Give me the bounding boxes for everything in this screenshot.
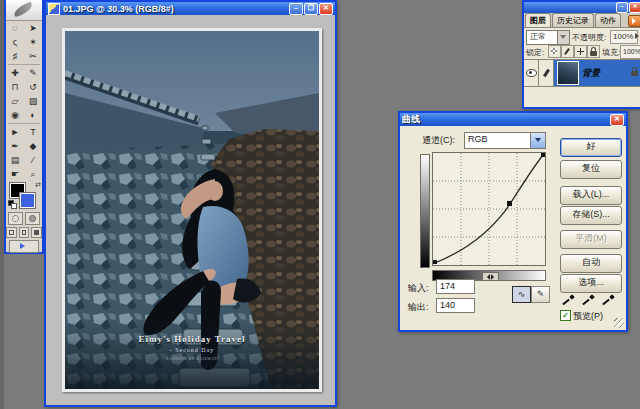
output-field[interactable]: 140 — [436, 298, 475, 313]
crop-tool[interactable]: ♯ — [6, 49, 24, 63]
notes-tool[interactable]: ▤ — [6, 153, 24, 167]
lock-pixels-button[interactable] — [561, 45, 574, 58]
gradient-tool[interactable]: ▨ — [24, 94, 42, 108]
gray-point-eyedropper-icon[interactable] — [582, 294, 595, 307]
options-button[interactable]: 选项... — [560, 274, 622, 293]
preview-label: 预览(P) — [573, 310, 603, 323]
tool-separator — [8, 123, 40, 124]
type-tool[interactable]: T — [24, 125, 42, 139]
opacity-value[interactable]: 100% — [610, 30, 638, 44]
minimize-button[interactable]: – — [289, 3, 303, 15]
load-button[interactable]: 载入(L)... — [560, 186, 622, 205]
lasso-tool[interactable]: ς — [6, 35, 24, 49]
visibility-cell[interactable] — [524, 60, 539, 86]
eyedropper-tool[interactable]: ∕ — [24, 153, 42, 167]
swap-colors-icon[interactable]: ⇄ — [35, 181, 41, 189]
lock-position-button[interactable] — [574, 45, 587, 58]
blend-mode-select[interactable]: 正常 — [526, 30, 570, 45]
palette-close-button[interactable]: ✕ — [629, 2, 640, 13]
photo[interactable]: Eimy's Holiday Travel - Second Day FASHI… — [62, 28, 322, 392]
channel-value: RGB — [465, 133, 530, 148]
palette-tabs: 图层 历史记录 动作 — [524, 13, 640, 28]
palette-title-bar[interactable]: – ✕ — [524, 2, 640, 13]
opacity-spinner-icon[interactable] — [635, 33, 639, 39]
edit-indicator-cell — [539, 60, 554, 86]
save-button[interactable]: 存储(S)... — [560, 206, 622, 225]
brush-indicator-icon — [542, 69, 549, 77]
standard-mode-button[interactable] — [8, 212, 23, 225]
tab-actions[interactable]: 动作 — [595, 13, 621, 27]
quick-mask-mode-button[interactable] — [25, 212, 40, 225]
output-label: 输出: — [408, 301, 429, 314]
photo-title-text: Eimy's Holiday Travel — [62, 334, 322, 344]
layer-row-background[interactable]: 背景 — [524, 59, 640, 87]
output-gradient-bar — [420, 154, 430, 268]
tab-layers[interactable]: 图层 — [525, 13, 551, 27]
document-window: 01.JPG @ 30.3% (RGB/8#) – ❐ ✕ — [44, 0, 337, 407]
standard-screen-button[interactable] — [6, 227, 17, 238]
curve-point-tool-button[interactable]: ∿ — [512, 286, 531, 303]
channel-label: 通道(C): — [422, 134, 455, 147]
lock-transparency-button[interactable] — [548, 45, 561, 58]
smooth-button: 平滑(M) — [560, 230, 622, 249]
reset-button[interactable]: 复位 — [560, 160, 622, 179]
desktop: ◌ ➤ ς ✶ ♯ ✂ ✚ ✎ ⊓ ↺ ▱ ▨ ◉ ◐ ► T ✒ ◆ ▤ ∕ … — [0, 0, 640, 409]
history-brush-tool[interactable]: ↺ — [24, 80, 42, 94]
default-colors-icon[interactable] — [8, 200, 16, 208]
tab-history[interactable]: 历史记录 — [552, 13, 594, 27]
document-canvas[interactable]: Eimy's Holiday Travel - Second Day FASHI… — [46, 15, 335, 405]
curves-title-bar[interactable]: 曲线 ✕ — [400, 113, 626, 126]
palette-menu-button[interactable] — [628, 15, 640, 27]
auto-button[interactable]: 自动 — [560, 254, 622, 273]
pencil-tool-button[interactable]: ✎ — [531, 286, 550, 303]
healing-brush-tool[interactable]: ✚ — [6, 66, 24, 80]
eraser-tool[interactable]: ▱ — [6, 94, 24, 108]
dodge-tool[interactable]: ◐ — [24, 108, 42, 122]
channel-select[interactable]: RGB — [464, 132, 546, 149]
blend-mode-value: 正常 — [527, 31, 557, 44]
jump-to-imageready-button[interactable] — [9, 240, 39, 253]
photoshop-logo — [6, 0, 42, 21]
layer-thumbnail[interactable] — [557, 61, 579, 85]
shape-tool[interactable]: ◆ — [24, 139, 42, 153]
palette-minimize-button[interactable]: – — [616, 2, 628, 13]
tool-separator — [8, 64, 40, 65]
feather-icon — [12, 2, 34, 18]
curves-close-button[interactable]: ✕ — [610, 114, 624, 126]
background-color-swatch[interactable] — [20, 193, 35, 208]
layer-name[interactable]: 背景 — [582, 67, 631, 80]
chevron-down-icon[interactable] — [557, 31, 569, 44]
clone-stamp-tool[interactable]: ⊓ — [6, 80, 24, 94]
lock-label: 锁定: — [526, 47, 544, 58]
chevron-down-icon[interactable] — [530, 133, 545, 148]
lock-all-button[interactable] — [587, 45, 600, 58]
imageready-arrow-icon — [20, 243, 25, 249]
hand-tool[interactable]: ☛ — [6, 167, 24, 181]
blur-tool[interactable]: ◉ — [6, 108, 24, 122]
input-field[interactable]: 174 — [436, 279, 475, 294]
path-select-tool[interactable]: ► — [6, 125, 24, 139]
maximize-button[interactable]: ❐ — [304, 3, 318, 15]
ok-button[interactable]: 好 — [560, 138, 622, 157]
gradient-flip-icon[interactable] — [482, 272, 499, 281]
move-tool[interactable]: ➤ — [24, 21, 42, 35]
resize-grip[interactable] — [614, 318, 624, 328]
fullscreen-button[interactable] — [31, 227, 42, 238]
preview-checkbox[interactable]: ✓ — [560, 310, 571, 321]
color-swatches: ⇄ — [6, 181, 42, 211]
black-point-eyedropper-icon[interactable] — [562, 294, 575, 307]
close-button[interactable]: ✕ — [319, 3, 333, 15]
brush-tool[interactable]: ✎ — [24, 66, 42, 80]
zoom-tool[interactable]: ⌕ — [24, 167, 42, 181]
white-point-eyedropper-icon[interactable] — [602, 294, 615, 307]
pen-tool[interactable]: ✒ — [6, 139, 24, 153]
slice-tool[interactable]: ✂ — [24, 49, 42, 63]
fill-value[interactable]: 100% — [620, 45, 640, 59]
fullscreen-menubar-button[interactable] — [19, 227, 30, 238]
rect-marquee-tool[interactable]: ◌ — [6, 21, 24, 35]
document-title: 01.JPG @ 30.3% (RGB/8#) — [63, 4, 288, 14]
magic-wand-tool[interactable]: ✶ — [24, 35, 42, 49]
tool-grid: ◌ ➤ ς ✶ ♯ ✂ ✚ ✎ ⊓ ↺ ▱ ▨ ◉ ◐ ► T ✒ ◆ ▤ ∕ … — [6, 21, 42, 181]
curve-grid[interactable] — [432, 152, 546, 266]
document-title-bar[interactable]: 01.JPG @ 30.3% (RGB/8#) – ❐ ✕ — [46, 2, 335, 15]
